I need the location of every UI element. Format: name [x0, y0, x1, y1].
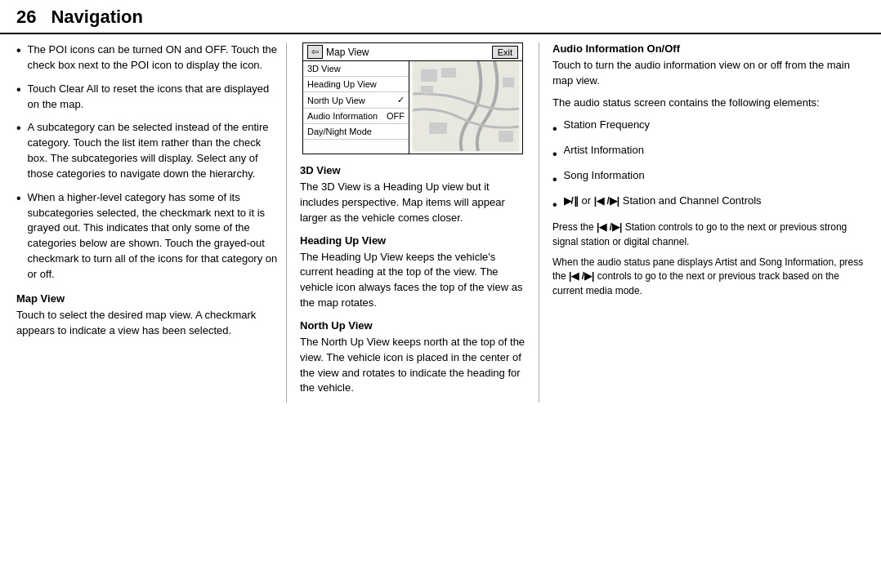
- list-item-text: The POI icons can be turned ON and OFF. …: [28, 42, 278, 74]
- right-column: Audio Information On/Off Touch to turn t…: [539, 42, 865, 403]
- audio-intro-1: Touch to turn the audio information view…: [552, 58, 865, 89]
- map-menu-item-3dview[interactable]: 3D View: [303, 61, 409, 77]
- north-up-view-heading: North Up View: [300, 319, 525, 332]
- bullet-icon: •: [552, 195, 557, 214]
- map-back-button[interactable]: ⇦: [307, 45, 323, 59]
- svg-rect-6: [429, 122, 447, 134]
- map-menu-item-northup[interactable]: North Up View ✓: [303, 92, 409, 109]
- menu-item-label: 3D View: [307, 64, 341, 74]
- svg-rect-5: [499, 131, 513, 142]
- list-item-text: A subcategory can be selected instead of…: [28, 120, 278, 181]
- audio-info-heading: Audio Information On/Off: [552, 42, 865, 55]
- artist-information-label: Artist Information: [564, 143, 644, 158]
- menu-item-value: OFF: [387, 111, 405, 121]
- list-item: • The POI icons can be turned ON and OFF…: [16, 42, 278, 74]
- bullet-icon: •: [552, 170, 557, 189]
- map-mockup: ⇦ Map View Exit 3D View Heading Up View: [302, 42, 523, 154]
- map-menu-item-audio[interactable]: Audio Information OFF: [303, 109, 409, 124]
- map-view-heading: Map View: [16, 292, 278, 305]
- map-header-left: ⇦ Map View: [307, 45, 369, 59]
- map-menu: 3D View Heading Up View North Up View ✓: [303, 61, 409, 154]
- list-item: • When a higher-level category has some …: [16, 190, 278, 283]
- heading-up-view-heading: Heading Up View: [300, 234, 525, 247]
- menu-item-label: Audio Information: [307, 111, 378, 121]
- controls-label: ▶/‖ or |◀ /▶| Station and Channel Contro…: [564, 194, 762, 209]
- page-header: 26 Navigation: [0, 0, 881, 34]
- list-item-controls: • ▶/‖ or |◀ /▶| Station and Channel Cont…: [552, 194, 865, 214]
- list-item-text: Touch Clear All to reset the icons that …: [28, 82, 278, 113]
- bullet-icon: •: [16, 192, 21, 205]
- list-item-text: When a higher-level category has some of…: [28, 190, 278, 283]
- svg-rect-2: [441, 68, 456, 78]
- map-svg: [409, 61, 522, 151]
- bullet-icon: •: [16, 122, 21, 135]
- audio-intro-2: The audio status screen contains the fol…: [552, 96, 865, 111]
- map-canvas: [409, 61, 522, 154]
- play-pause-icon: ▶/‖: [564, 195, 579, 207]
- 3d-view-text: The 3D View is a Heading Up view but it …: [300, 180, 525, 226]
- bullet-icon: •: [552, 119, 557, 138]
- menu-item-label: Day/Night Mode: [307, 127, 372, 136]
- station-frequency-label: Station Frequency: [564, 118, 651, 133]
- press-station-controls-text: Press the |◀ /▶| Station controls to go …: [552, 220, 865, 249]
- track-control-icon: |◀ /▶|: [569, 270, 594, 282]
- middle-column: ⇦ Map View Exit 3D View Heading Up View: [286, 42, 539, 403]
- north-up-view-text: The North Up View keeps north at the top…: [300, 335, 525, 396]
- page: 26 Navigation • The POI icons can be tur…: [0, 0, 881, 588]
- content-area: • The POI icons can be turned ON and OFF…: [0, 42, 881, 403]
- list-item: • Touch Clear All to reset the icons tha…: [16, 82, 278, 113]
- map-view-text: Touch to select the desired map view. A …: [16, 308, 278, 339]
- list-item-artist-info: • Artist Information: [552, 143, 865, 163]
- page-title: Navigation: [51, 7, 142, 28]
- map-mockup-header: ⇦ Map View Exit: [303, 43, 522, 61]
- bullet-icon: •: [16, 83, 21, 96]
- svg-rect-1: [421, 69, 437, 82]
- audio-bullet-list: • Station Frequency • Artist Information…: [552, 118, 865, 215]
- left-bullet-list: • The POI icons can be turned ON and OFF…: [16, 42, 278, 283]
- station-control-icon: |◀ /▶|: [597, 221, 622, 233]
- map-exit-button[interactable]: Exit: [492, 46, 518, 59]
- prev-next-icon: |◀ /▶|: [594, 195, 619, 207]
- map-menu-item-headingup[interactable]: Heading Up View: [303, 77, 409, 92]
- heading-up-view-text: The Heading Up View keeps the vehicle's …: [300, 250, 525, 311]
- menu-item-label: Heading Up View: [307, 79, 377, 89]
- bullet-icon: •: [16, 44, 21, 57]
- song-information-label: Song Information: [564, 168, 645, 184]
- menu-item-checkmark: ✓: [397, 95, 405, 105]
- left-column: • The POI icons can be turned ON and OFF…: [16, 42, 286, 403]
- audio-pane-text: When the audio status pane displays Arti…: [552, 256, 865, 298]
- bullet-icon: •: [552, 145, 557, 163]
- list-item-song-info: • Song Information: [552, 168, 865, 189]
- svg-rect-4: [503, 78, 514, 87]
- map-menu-item-daynight[interactable]: Day/Night Mode: [303, 124, 409, 140]
- menu-item-label: North Up View: [307, 96, 365, 105]
- map-view-title: Map View: [326, 47, 369, 58]
- map-body: 3D View Heading Up View North Up View ✓: [303, 61, 522, 154]
- svg-rect-3: [421, 86, 433, 94]
- page-number: 26: [16, 7, 36, 28]
- 3d-view-heading: 3D View: [300, 164, 525, 176]
- list-item-station-freq: • Station Frequency: [552, 118, 865, 138]
- list-item: • A subcategory can be selected instead …: [16, 120, 278, 181]
